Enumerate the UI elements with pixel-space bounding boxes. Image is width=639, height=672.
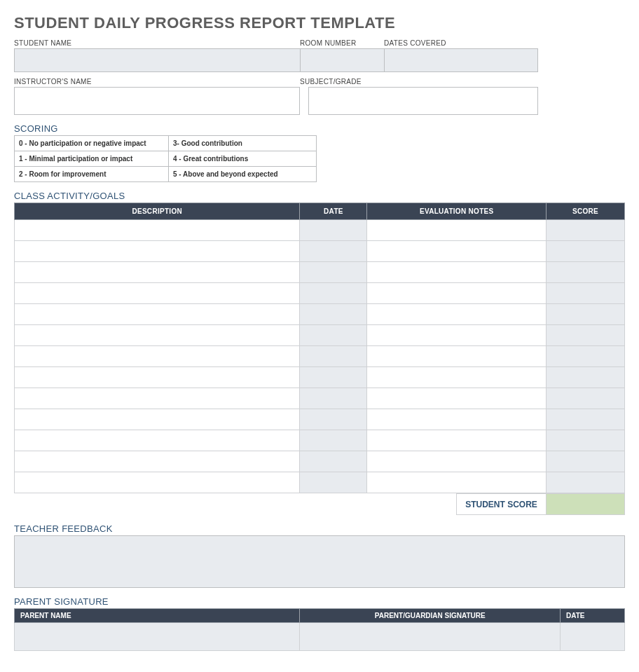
- room-number-label: ROOM NUMBER: [300, 39, 384, 47]
- score-cell[interactable]: [547, 367, 625, 388]
- notes-cell[interactable]: [367, 325, 547, 346]
- description-cell[interactable]: [15, 388, 300, 409]
- score-cell[interactable]: [547, 262, 625, 283]
- col-score: SCORE: [547, 203, 625, 220]
- score-cell[interactable]: [547, 472, 625, 493]
- date-cell[interactable]: [300, 451, 367, 472]
- table-row: [15, 283, 625, 304]
- date-cell[interactable]: [300, 472, 367, 493]
- date-cell[interactable]: [300, 241, 367, 262]
- scoring-cell: 2 - Room for improvement: [15, 167, 169, 182]
- teacher-feedback-field[interactable]: [14, 535, 625, 588]
- room-number-field[interactable]: [300, 48, 384, 72]
- table-row: [15, 451, 625, 472]
- date-cell[interactable]: [300, 430, 367, 451]
- table-row: [15, 325, 625, 346]
- description-cell[interactable]: [15, 472, 300, 493]
- table-row: [15, 304, 625, 325]
- description-cell[interactable]: [15, 430, 300, 451]
- table-row: [15, 346, 625, 367]
- instructor-name-field[interactable]: [14, 87, 300, 115]
- score-cell[interactable]: [547, 325, 625, 346]
- scoring-cell: 5 - Above and beyond expected: [169, 167, 317, 182]
- date-cell[interactable]: [300, 388, 367, 409]
- col-description: DESCRIPTION: [15, 203, 300, 220]
- notes-cell[interactable]: [367, 451, 547, 472]
- notes-cell[interactable]: [367, 304, 547, 325]
- table-row: [15, 409, 625, 430]
- description-cell[interactable]: [15, 262, 300, 283]
- description-cell[interactable]: [15, 367, 300, 388]
- table-row: 1 - Minimal participation or impact 4 - …: [15, 151, 317, 167]
- score-cell[interactable]: [547, 388, 625, 409]
- table-row: [15, 220, 625, 241]
- student-score-value[interactable]: [547, 494, 625, 515]
- parent-signature-field[interactable]: [300, 623, 561, 651]
- description-cell[interactable]: [15, 346, 300, 367]
- parent-date-field[interactable]: [561, 623, 625, 651]
- scoring-cell: 3- Good contribution: [169, 136, 317, 151]
- table-row: 0 - No participation or negative impact …: [15, 136, 317, 151]
- score-cell[interactable]: [547, 451, 625, 472]
- description-cell[interactable]: [15, 220, 300, 241]
- student-name-field[interactable]: [14, 48, 300, 72]
- notes-cell[interactable]: [367, 430, 547, 451]
- description-cell[interactable]: [15, 451, 300, 472]
- col-notes: EVALUATION NOTES: [367, 203, 547, 220]
- date-cell[interactable]: [300, 409, 367, 430]
- date-cell[interactable]: [300, 220, 367, 241]
- col-parent-date: DATE: [561, 609, 625, 623]
- table-row: 2 - Room for improvement 5 - Above and b…: [15, 167, 317, 182]
- feedback-heading: TEACHER FEEDBACK: [14, 523, 625, 534]
- notes-cell[interactable]: [367, 409, 547, 430]
- activity-table: DESCRIPTION DATE EVALUATION NOTES SCORE: [14, 203, 625, 493]
- notes-cell[interactable]: [367, 367, 547, 388]
- parent-heading: PARENT SIGNATURE: [14, 596, 625, 607]
- table-row: [15, 241, 625, 262]
- table-row: [15, 430, 625, 451]
- table-row: [15, 388, 625, 409]
- parent-name-field[interactable]: [15, 623, 300, 651]
- table-row: [15, 623, 625, 651]
- date-cell[interactable]: [300, 346, 367, 367]
- notes-cell[interactable]: [367, 262, 547, 283]
- date-cell[interactable]: [300, 304, 367, 325]
- student-score-label: STUDENT SCORE: [457, 494, 547, 515]
- score-cell[interactable]: [547, 430, 625, 451]
- score-cell[interactable]: [547, 346, 625, 367]
- score-cell[interactable]: [547, 283, 625, 304]
- table-row: [15, 367, 625, 388]
- table-row: [15, 262, 625, 283]
- score-cell[interactable]: [547, 241, 625, 262]
- notes-cell[interactable]: [367, 472, 547, 493]
- scoring-cell: 0 - No participation or negative impact: [15, 136, 169, 151]
- table-row: [15, 472, 625, 493]
- notes-cell[interactable]: [367, 220, 547, 241]
- notes-cell[interactable]: [367, 388, 547, 409]
- dates-covered-label: DATES COVERED: [384, 39, 538, 47]
- description-cell[interactable]: [15, 283, 300, 304]
- student-score-row: STUDENT SCORE: [14, 493, 625, 515]
- student-name-label: STUDENT NAME: [14, 39, 300, 47]
- notes-cell[interactable]: [367, 241, 547, 262]
- description-cell[interactable]: [15, 325, 300, 346]
- score-cell[interactable]: [547, 304, 625, 325]
- scoring-cell: 4 - Great contributions: [169, 151, 317, 167]
- subject-grade-field[interactable]: [308, 87, 538, 115]
- description-cell[interactable]: [15, 304, 300, 325]
- col-parent-name: PARENT NAME: [15, 609, 300, 623]
- date-cell[interactable]: [300, 262, 367, 283]
- date-cell[interactable]: [300, 325, 367, 346]
- date-cell[interactable]: [300, 367, 367, 388]
- scoring-heading: SCORING: [14, 123, 625, 134]
- score-cell[interactable]: [547, 409, 625, 430]
- notes-cell[interactable]: [367, 346, 547, 367]
- scoring-cell: 1 - Minimal participation or impact: [15, 151, 169, 167]
- score-cell[interactable]: [547, 220, 625, 241]
- dates-covered-field[interactable]: [384, 48, 538, 72]
- notes-cell[interactable]: [367, 283, 547, 304]
- parent-table: PARENT NAME PARENT/GUARDIAN SIGNATURE DA…: [14, 608, 625, 651]
- description-cell[interactable]: [15, 409, 300, 430]
- description-cell[interactable]: [15, 241, 300, 262]
- date-cell[interactable]: [300, 283, 367, 304]
